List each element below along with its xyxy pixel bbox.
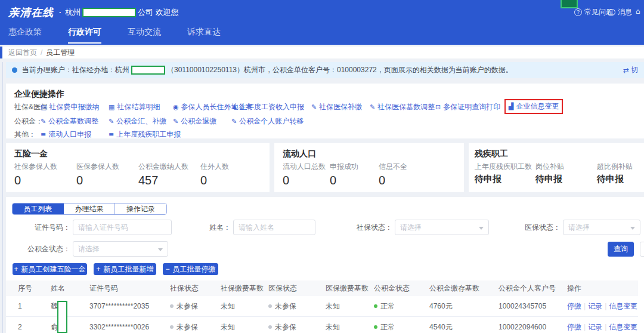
metric-info-incomplete: 信息不全0 (379, 162, 407, 187)
metric-label: 超比例补贴 (597, 162, 633, 172)
nav-item-policies[interactable]: 惠企政策 (8, 27, 42, 44)
metric-medical-insured: 医保参保人数0 (76, 162, 119, 187)
app-logo: 亲清在线 (8, 5, 54, 20)
batch-add-button[interactable]: +新员工批量新增 (94, 263, 156, 275)
link-social-medical-repay[interactable]: ✎社保医保补缴 (311, 102, 362, 112)
link-migrant-population-declare[interactable]: ≡流动人口申报 (41, 130, 91, 140)
metric-value: 待申报 (475, 174, 532, 185)
link-fund-refund[interactable]: ✎公积金退缴 (173, 116, 216, 127)
name-column-redaction (57, 301, 67, 333)
cell-index: 2 (6, 323, 51, 331)
card-title: 五险一金 (14, 149, 48, 159)
link-label: 社保结算明细 (117, 103, 160, 111)
cell-operations: 停缴|记录|信息变更 (567, 301, 638, 312)
employee-table: 序号 姓名 证件号码 社保状态 社保缴费基数 医保状态 医保缴费基数 公积金状态… (6, 280, 638, 333)
building-icon[interactable]: ⌂ (636, 7, 640, 16)
stop-payment-link[interactable]: 停缴 (567, 323, 581, 331)
col-fund-base: 公积金缴存基数 (429, 283, 499, 294)
id-number-label: 证件号码： (31, 220, 70, 235)
edit-icon: ✎ (173, 118, 178, 125)
create-employee-button[interactable]: +新员工创建五险一金 (13, 263, 87, 275)
notice-redaction (131, 66, 165, 75)
link-fund-base-adjust[interactable]: ✎公积金基数调整 (41, 116, 98, 127)
plus-icon: + (14, 265, 18, 273)
metric-value: 0 (200, 174, 229, 187)
metric-label: 上年度残疾职工数 (475, 162, 532, 172)
link-social-fee-declare[interactable]: ▤社保费申报缴纳 (41, 102, 99, 112)
document-icon: ▦ (109, 103, 114, 111)
fund-status-select[interactable]: 请选择 (73, 241, 168, 257)
nav-item-appeals[interactable]: 诉求直达 (187, 27, 221, 44)
cell-fund-status: 正常 (374, 322, 429, 332)
target-icon: ◉ (173, 103, 179, 111)
status-dot-gray (170, 304, 174, 308)
col-social-status: 社保状态 (170, 283, 221, 294)
quick-ops-row-fund: 公积金： ✎公积金基数调整 ✎公积金汇、补缴 ✎公积金退缴 ✎公积金个人账户转移 (6, 116, 644, 126)
tab-operation-log[interactable]: 操作记录 (115, 204, 166, 214)
link-salary-income-declare[interactable]: ♟上年度工资收入申报 (231, 102, 304, 112)
link-label: 参保证明查询打印 (443, 103, 500, 111)
metric-post-subsidy: 岗位补贴待申报 (535, 162, 564, 185)
status-text: 未参保 (177, 323, 198, 331)
breadcrumb-separator: / (41, 48, 42, 57)
col-fund-status: 公积金状态 (374, 283, 429, 294)
tab-processing-results[interactable]: 办理结果 (64, 204, 115, 214)
status-dot-green (374, 325, 377, 329)
metric-declare-success: 申报成功0 (330, 162, 358, 187)
record-link[interactable]: 记录 (588, 302, 602, 310)
fund-status-label: 公积金状态： (24, 241, 70, 257)
record-link[interactable]: 记录 (588, 323, 602, 331)
medical-status-label: 医保状态： (521, 220, 561, 235)
chevron-down-icon (158, 248, 163, 251)
search-button[interactable]: 查询 (608, 242, 634, 257)
metric-living-outside: 住外人数0 (200, 162, 229, 187)
status-text: 正常 (380, 323, 395, 331)
link-fund-remit-repay[interactable]: ✎公积金汇、补缴 (109, 116, 166, 127)
list-icon: ≡ (41, 131, 46, 138)
edit-icon: ✎ (109, 118, 114, 125)
stop-payment-link[interactable]: 停缴 (567, 302, 581, 310)
link-fund-account-transfer[interactable]: ✎公积金个人账户转移 (231, 116, 304, 127)
op-separator: | (605, 302, 606, 310)
info-icon (12, 67, 17, 73)
status-text: 未参保 (275, 302, 296, 310)
messages-link[interactable]: 消息 (608, 7, 632, 17)
switch-account-link[interactable]: ⇄ 切 (623, 65, 638, 75)
info-change-link[interactable]: 信息变更 (609, 323, 637, 331)
reset-button[interactable]: 重置 (640, 242, 644, 257)
breadcrumb-back-link[interactable]: 返回首页 (8, 48, 37, 58)
metric-fund-paying: 公积金缴纳人数457 (138, 162, 188, 187)
link-disabled-staff-declare[interactable]: ≡上年度残疾职工申报 (109, 130, 181, 140)
metric-label: 岗位补贴 (535, 162, 564, 172)
status-text: 正常 (380, 302, 395, 310)
info-change-link[interactable]: 信息变更 (609, 302, 637, 310)
id-number-input[interactable] (73, 220, 172, 235)
status-text: 未参保 (177, 302, 198, 310)
link-label: 社保医保补缴 (319, 103, 362, 111)
metric-label: 公积金缴纳人数 (138, 162, 188, 172)
metric-label: 信息不全 (379, 162, 407, 172)
button-label: 新员工批量新增 (104, 265, 154, 273)
link-insurance-cert-print[interactable]: ⊡参保证明查询打印 (435, 102, 500, 112)
faq-link[interactable]: ? 常见问题 (574, 7, 613, 17)
link-social-medical-base-adjust[interactable]: ✎社保医保基数调整 (370, 102, 435, 112)
medical-status-select[interactable]: 请选择 (563, 220, 640, 235)
metric-value: 待申报 (597, 174, 633, 185)
card-icon: ▤ (41, 103, 47, 111)
link-company-info-change[interactable]: ▟企业信息变更 (504, 99, 563, 114)
col-operations: 操作 (567, 283, 638, 294)
cell-social-status: 未参保 (170, 301, 221, 312)
name-input[interactable] (233, 220, 315, 235)
metric-value: 0 (14, 174, 57, 187)
batch-stop-button[interactable]: −员工批量停缴 (163, 263, 218, 275)
social-status-select[interactable]: 请选择 (395, 220, 489, 235)
cell-id-number: 3302**********0026 (89, 323, 170, 331)
tab-employee-list[interactable]: 员工列表 (13, 204, 64, 214)
page-left-rail (2, 62, 3, 333)
metric-value: 0 (283, 174, 326, 187)
nav-item-licensing[interactable]: 行政许可 (68, 27, 101, 44)
link-label: 企业信息变更 (516, 102, 559, 110)
link-social-settlement-detail[interactable]: ▦社保结算明细 (109, 102, 160, 112)
nav-item-interaction[interactable]: 互动交流 (128, 27, 161, 44)
cell-id-number: 3707**********2035 (89, 302, 170, 310)
